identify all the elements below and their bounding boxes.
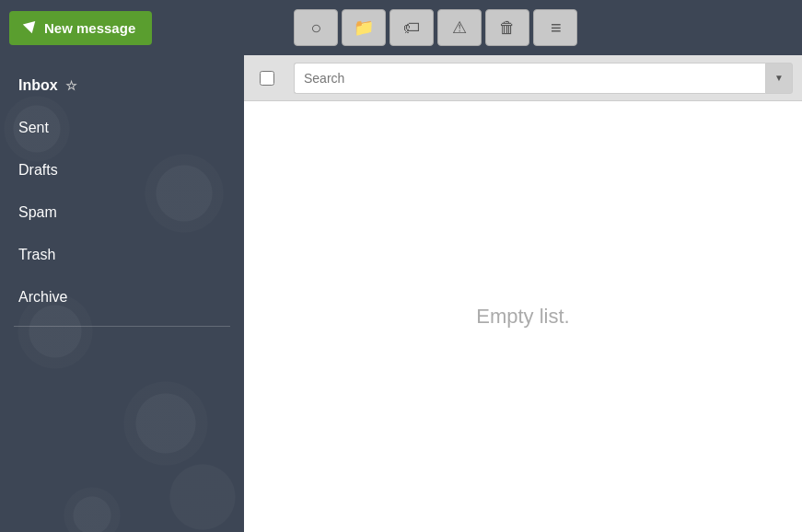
trash-icon: 🗑 [499, 18, 516, 38]
archive-label: Archive [18, 289, 67, 306]
inbox-label: Inbox [18, 77, 58, 94]
sent-label: Sent [18, 120, 49, 136]
send-icon [23, 17, 40, 33]
nav-divider [14, 326, 230, 327]
circle-button[interactable]: ○ [294, 9, 338, 46]
sidebar-item-sent[interactable]: Sent [0, 107, 244, 149]
trash-label: Trash [18, 247, 55, 263]
menu-button[interactable]: ≡ [533, 9, 577, 46]
email-list: Empty list. [244, 101, 802, 532]
sidebar-item-inbox[interactable]: Inbox ☆ [0, 64, 244, 107]
warning-icon: ⚠ [452, 17, 467, 38]
sidebar-nav: Inbox ☆ Sent Drafts Spam Trash Archive [0, 55, 244, 327]
spam-label: Spam [18, 204, 57, 221]
star-icon[interactable]: ☆ [65, 78, 77, 93]
sidebar-item-spam[interactable]: Spam [0, 191, 244, 234]
new-message-button[interactable]: New message [9, 11, 152, 45]
sidebar-item-trash[interactable]: Trash [0, 234, 244, 276]
select-all-checkbox-area[interactable] [253, 64, 281, 92]
search-input[interactable] [294, 63, 765, 94]
trash-button[interactable]: 🗑 [485, 9, 529, 46]
chevron-down-icon: ▼ [774, 73, 784, 83]
drafts-label: Drafts [18, 162, 58, 179]
select-all-checkbox[interactable] [260, 71, 274, 86]
warning-button[interactable]: ⚠ [437, 9, 482, 46]
hamburger-icon: ≡ [551, 17, 561, 39]
search-container: ▼ [294, 63, 793, 94]
label-icon: 🏷 [403, 18, 420, 38]
sidebar: Inbox ☆ Sent Drafts Spam Trash Archive [0, 55, 244, 532]
label-button[interactable]: 🏷 [389, 9, 434, 46]
empty-list-text: Empty list. [476, 305, 569, 329]
folder-button[interactable]: 📁 [342, 9, 386, 46]
content-toolbar: ▼ [244, 55, 802, 101]
content-area: ▼ Empty list. [244, 55, 802, 532]
folder-icon: 📁 [354, 17, 374, 38]
main-toolbar: New message ○ 📁 🏷 ⚠ 🗑 ≡ [0, 0, 802, 55]
sidebar-item-drafts[interactable]: Drafts [0, 149, 244, 191]
circle-icon: ○ [310, 17, 321, 39]
new-message-label: New message [44, 20, 135, 36]
search-dropdown-button[interactable]: ▼ [765, 63, 793, 94]
main-area: Inbox ☆ Sent Drafts Spam Trash Archive [0, 55, 802, 532]
sidebar-item-archive[interactable]: Archive [0, 276, 244, 318]
